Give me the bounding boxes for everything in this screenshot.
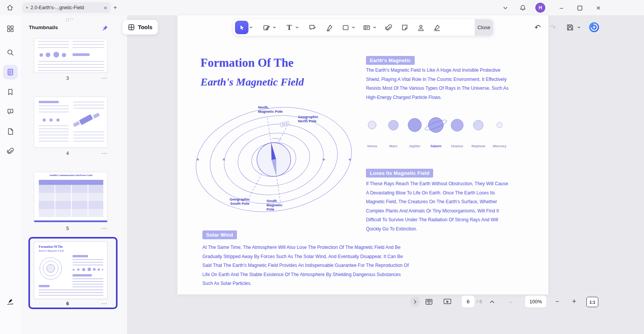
avatar[interactable]: H [535, 3, 545, 13]
deco-text-lines [39, 290, 103, 296]
form-field-icon [363, 24, 371, 31]
bookmark-icon [7, 88, 14, 96]
close-window-button[interactable]: ✕ [594, 3, 603, 13]
chevron-down-icon [295, 26, 299, 29]
text-tool-dropdown[interactable] [295, 21, 300, 35]
home-button[interactable] [5, 3, 15, 12]
deco-badge [39, 101, 59, 103]
thumbnail-row-5: 5 ··· [34, 225, 108, 231]
apps-grid-button[interactable] [5, 23, 16, 34]
document-tab[interactable]: ▾ 2.0-Earth's-...gnetic-Field [22, 2, 111, 13]
save-button[interactable] [565, 22, 575, 33]
ai-assistant-button[interactable] [588, 21, 600, 33]
home-icon [6, 4, 14, 12]
highlight-tool-button[interactable] [324, 21, 335, 35]
thumbnail-menu-button[interactable]: ··· [101, 75, 108, 81]
next-page-chevron-button[interactable] [506, 298, 515, 306]
undo-button[interactable]: ↶ [532, 22, 543, 33]
actual-size-button[interactable]: 1:1 [586, 297, 598, 307]
file-icon [7, 128, 14, 135]
paragraph-loses-field: If These Rays Reach The Earth Without Ob… [366, 179, 510, 234]
thumbnail-page-6[interactable]: Formation Of The Earth's Magnetic Field [34, 242, 108, 299]
shapes-tool-dropdown[interactable] [351, 21, 356, 35]
sticker-tool-button[interactable] [399, 21, 410, 35]
document-page: Formation Of The Earth's Magnetic Field [177, 15, 548, 295]
label-geographic-south-pole: Geographic South Pole [230, 197, 250, 206]
planet-uranus: Uranus [448, 114, 466, 148]
bookmarks-button[interactable] [5, 87, 16, 97]
close-edit-mode-button[interactable]: Close [475, 19, 493, 36]
pages-panel-button[interactable] [3, 65, 18, 79]
maximize-button[interactable] [575, 3, 584, 13]
search-button[interactable] [5, 47, 16, 58]
planet-label: Venus [367, 144, 377, 148]
deco-text-lines [39, 105, 69, 115]
thumbnail-page-4[interactable] [34, 97, 108, 148]
redo-button[interactable]: ↷ [548, 22, 558, 33]
deco-table-rows [39, 185, 103, 217]
thumbnail-menu-button[interactable]: ··· [101, 301, 108, 306]
grid-icon [7, 25, 14, 33]
bell-icon [519, 4, 526, 12]
page-number-input[interactable]: 6 [462, 296, 475, 308]
comments-button[interactable] [5, 106, 16, 117]
pin-panel-button[interactable] [100, 23, 110, 33]
file-panel-button[interactable] [5, 126, 16, 137]
thumbnail-page-5[interactable]: Satellite Communications And Power Grids [34, 172, 108, 222]
zoom-out-button[interactable]: − [553, 298, 561, 306]
save-icon [566, 23, 574, 31]
planet-mercury: Mercury [491, 114, 508, 148]
signature-tool-button[interactable] [432, 21, 442, 35]
presentation-icon [443, 297, 452, 306]
attachments-panel-button[interactable] [5, 146, 16, 156]
pen-signature-icon [6, 297, 15, 306]
planet-label: Mars [389, 144, 397, 148]
form-tool-button[interactable] [361, 21, 372, 35]
deco-text-lines [38, 61, 104, 71]
previous-page-button[interactable] [488, 298, 496, 306]
zoom-level-value[interactable]: 100% [525, 296, 546, 308]
new-tab-button[interactable]: + [111, 3, 120, 12]
edit-toolbar: T [233, 19, 493, 36]
planets-row: VenusMarsJupiterSaturnUranusNeptuneMercu… [363, 114, 508, 148]
planet-label: Uranus [451, 144, 463, 148]
save-dropdown[interactable] [576, 24, 581, 30]
page-number-label: 4 [34, 151, 101, 156]
thumbnail-menu-button[interactable]: ··· [101, 150, 108, 156]
next-page-button[interactable] [410, 297, 420, 307]
deco-earth [46, 264, 55, 273]
minimize-button[interactable]: – [557, 3, 566, 13]
thumbnail-page-3[interactable] [34, 38, 108, 73]
mini-page-subtitle: Earth's Magnetic Field [39, 249, 64, 252]
text-tool-button[interactable]: T [284, 21, 295, 35]
label-south-magnetic-pole: South Magnetic Pole [267, 199, 282, 211]
edit-tool-button[interactable] [261, 21, 272, 35]
zoom-in-button[interactable]: + [570, 297, 578, 306]
panel-drag-handle[interactable] [66, 18, 74, 21]
tab-dropdown-caret-icon[interactable]: ▾ [26, 6, 28, 10]
planet-label: Neptune [472, 144, 485, 148]
deco-text-lines [73, 278, 103, 288]
deco-circle [50, 118, 53, 122]
notifications-button[interactable] [518, 3, 527, 12]
collapse-menu-button[interactable] [501, 4, 510, 12]
select-tool-button[interactable] [235, 21, 248, 34]
planet-circle-wrap [406, 114, 424, 136]
reader-view-button[interactable] [424, 296, 434, 307]
shapes-tool-button[interactable] [340, 21, 351, 35]
app-window: ▾ 2.0-Earth's-...gnetic-Field + H – ✕ [0, 0, 644, 334]
chevron-down-icon [273, 26, 276, 29]
signature-tools-button[interactable] [5, 296, 16, 307]
stamp-tool-button[interactable] [416, 21, 426, 35]
form-tool-dropdown[interactable] [372, 21, 377, 35]
planet-circle-wrap [491, 114, 508, 136]
thumbnail-row-4: 4 ··· [34, 150, 108, 156]
tools-button[interactable]: Tools [123, 20, 158, 35]
attachment-tool-button[interactable] [383, 21, 394, 35]
edit-tool-dropdown[interactable] [272, 21, 277, 35]
thumbnail-menu-button[interactable]: ··· [101, 225, 108, 231]
select-tool-dropdown[interactable] [248, 21, 253, 35]
planet-jupiter: Jupiter [406, 114, 424, 148]
comment-tool-button[interactable] [307, 21, 318, 35]
presentation-mode-button[interactable] [442, 296, 453, 307]
